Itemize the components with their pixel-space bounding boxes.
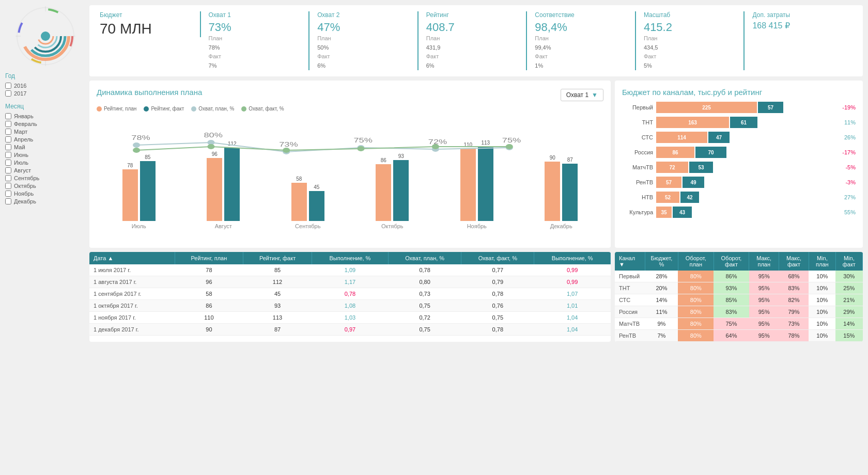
kpi-okhvat1-title: Охват 1 — [209, 11, 301, 19]
kpi-okhvat1: Охват 1 73% План 78% Факт 7% — [201, 11, 310, 70]
rth-bp: Бюджет, % — [645, 252, 678, 271]
rth-ch: Канал ▼ — [615, 252, 645, 271]
table-row: 1 ноября 2017 г. 110 113 1,03 0,72 0,75 … — [89, 312, 611, 324]
channel-row-kultura: Культура 35 43 55% — [622, 207, 856, 218]
kpi-dop: Доп. затраты 168 415 ₽ — [745, 11, 853, 30]
bar-group-jul: 78 85 Июль — [97, 154, 181, 229]
channel-row-perviy: Первый 225 57 -19% — [622, 102, 856, 113]
month-jul[interactable]: Июль — [5, 160, 85, 166]
legend-item-1: Рейтинг, план — [97, 106, 136, 112]
kpi-rating: Рейтинг 408.7 План 431,9 Факт 6% — [419, 11, 528, 70]
kpi-dop-title: Доп. затраты — [752, 11, 845, 19]
channel-row-russia: Россия 86 70 -17% — [622, 147, 856, 158]
kpi-dop-main: 168 415 ₽ — [752, 21, 845, 30]
month-filter: Месяц Январь Февраль Март Апрель Май Июн… — [5, 103, 85, 204]
rth-mf: Макс, факт — [779, 252, 809, 271]
chart-dropdown[interactable]: Охват 1 ▼ — [561, 89, 603, 101]
year-2017-checkbox[interactable] — [5, 90, 11, 97]
table-row: Первый 28% 80% 86% 95% 68% 10% 30% — [615, 271, 863, 282]
year-2016-checkbox[interactable] — [5, 83, 11, 89]
right-table-header: Канал ▼ Бюджет, % Оборот, план Оборот, ф… — [615, 252, 863, 271]
kpi-rating-main: 408.7 — [426, 21, 519, 34]
table-row: 1 октября 2017 г. 86 93 1,08 0,75 0,76 1… — [89, 300, 611, 312]
month-oct[interactable]: Октябрь — [5, 183, 85, 189]
main-table-panel: Дата ▲ Рейтинг, план Рейтинг, факт Выпол… — [89, 252, 611, 342]
legend-dot-1 — [97, 106, 102, 112]
kpi-okhvat1-sub: План 78% Факт 7% — [209, 34, 301, 70]
bar-label-dec: Декабрь — [550, 223, 572, 229]
bar-jul-plan: 78 — [122, 163, 138, 221]
table-row: МатчТВ 9% 80% 75% 95% 73% 10% 14% — [615, 318, 863, 330]
year-2017-item[interactable]: 2017 — [5, 90, 85, 97]
right-table: Канал ▼ Бюджет, % Оборот, план Оборот, ф… — [615, 252, 863, 342]
legend-item-2: Рейтинг, факт — [144, 106, 184, 112]
bar-group-aug: 96 112 Август — [181, 141, 266, 229]
kpi-masshtab-title: Масштаб — [644, 11, 736, 19]
main-table: Дата ▲ Рейтинг, план Рейтинг, факт Выпол… — [89, 252, 611, 336]
table-row: 1 сентября 2017 г. 58 45 0,78 0,73 0,78 … — [89, 288, 611, 300]
bars-jul: 78 85 — [122, 154, 156, 221]
channel-row-stc: СТС 114 47 26% — [622, 132, 856, 143]
table-row: СТС 14% 80% 85% 95% 82% 10% 21% — [615, 294, 863, 306]
channel-row-matchtv: МатчТВ 72 53 -5% — [622, 162, 856, 173]
month-jun[interactable]: Июнь — [5, 152, 85, 158]
month-dec[interactable]: Декабрь — [5, 198, 85, 204]
kpi-rating-title: Рейтинг — [426, 11, 519, 19]
year-filter-title: Год — [5, 72, 85, 80]
th-op: Охват, план, % — [388, 252, 461, 264]
month-jan[interactable]: Январь — [5, 113, 85, 119]
th-of: Охват, факт, % — [461, 252, 534, 264]
budget-channels-title: Бюджет по каналам, тыс.руб и рейтинг — [622, 88, 856, 97]
kpi-okhvat1-main: 73% — [209, 21, 301, 34]
bar-group-nov: 110 113 Ноябрь — [435, 140, 519, 229]
month-feb[interactable]: Февраль — [5, 121, 85, 127]
rth-op: Оборот, план — [678, 252, 714, 271]
bar-label-oct: Октябрь — [381, 223, 404, 229]
kpi-masshtab-main: 415.2 — [644, 21, 736, 34]
bar-label-sep: Сентябрь — [295, 223, 320, 229]
year-2016-item[interactable]: 2016 — [5, 83, 85, 89]
legend-item-3: Охват, план, % — [191, 106, 234, 112]
kpi-masshtab: Масштаб 415.2 План 434,5 Факт 5% — [636, 11, 745, 70]
kpi-sootv-sub: План 99,4% Факт 1% — [535, 34, 627, 70]
channel-row-ntv: НТВ 52 42 27% — [622, 192, 856, 203]
month-sep[interactable]: Сентябрь — [5, 175, 85, 181]
month-mar[interactable]: Март — [5, 129, 85, 135]
bar-group-sep: 58 45 Сентябрь — [266, 176, 350, 229]
month-apr[interactable]: Апрель — [5, 136, 85, 142]
kpi-okhvat2: Охват 2 47% План 50% Факт 6% — [309, 11, 419, 70]
month-nov[interactable]: Ноябрь — [5, 191, 85, 197]
bar-label-jul: Июль — [132, 223, 146, 229]
legend-dot-4 — [241, 106, 246, 112]
year-2017-label: 2017 — [14, 90, 26, 97]
legend-label-1: Рейтинг, план — [104, 106, 136, 112]
kpi-masshtab-sub: План 434,5 Факт 5% — [644, 34, 736, 70]
kpi-budget-title: Бюджет — [100, 11, 192, 19]
month-aug[interactable]: Август — [5, 167, 85, 173]
kpi-okhvat2-main: 47% — [317, 21, 410, 34]
bars-sep: 58 45 — [291, 176, 324, 221]
bar-label-aug: Август — [215, 223, 232, 229]
bar-val-jul-plan: 78 — [122, 163, 138, 168]
th-rf: Рейтинг, факт — [243, 252, 312, 264]
kpi-budget-value: 70 МЛН — [100, 21, 192, 37]
chevron-down-icon: ▼ — [592, 91, 598, 99]
bar-chart-wrapper: 78% 80% 73% 75% 72% 75% 78 — [97, 117, 603, 241]
table-row: Россия 11% 80% 83% 95% 79% 10% 29% — [615, 306, 863, 318]
right-table-panel: Канал ▼ Бюджет, % Оборот, план Оборот, ф… — [615, 252, 863, 342]
bar-group-dec: 90 87 Декабрь — [519, 155, 604, 229]
legend-item-4: Охват, факт, % — [241, 106, 284, 112]
table-row: ТНТ 20% 80% 93% 95% 83% 10% 25% — [615, 282, 863, 294]
month-may[interactable]: Май — [5, 144, 85, 150]
rth-mp: Макс, план — [749, 252, 779, 271]
bars-container: 78 85 Июль — [97, 117, 603, 241]
table-row: 1 июля 2017 г. 78 85 1,09 0,78 0,77 0,99 — [89, 264, 611, 276]
kpi-okhvat2-sub: План 50% Факт 6% — [317, 34, 410, 70]
chart-legend: Рейтинг, план Рейтинг, факт Охват, план,… — [97, 106, 603, 112]
bar-jul-fact: 85 — [140, 154, 156, 221]
bar-val-jul-fact: 85 — [140, 154, 156, 160]
table-row: 1 августа 2017 г. 96 112 1,17 0,80 0,79 … — [89, 276, 611, 288]
month-filter-title: Месяц — [5, 103, 85, 110]
logo — [14, 5, 76, 67]
main-table-body: 1 июля 2017 г. 78 85 1,09 0,78 0,77 0,99… — [89, 264, 611, 336]
